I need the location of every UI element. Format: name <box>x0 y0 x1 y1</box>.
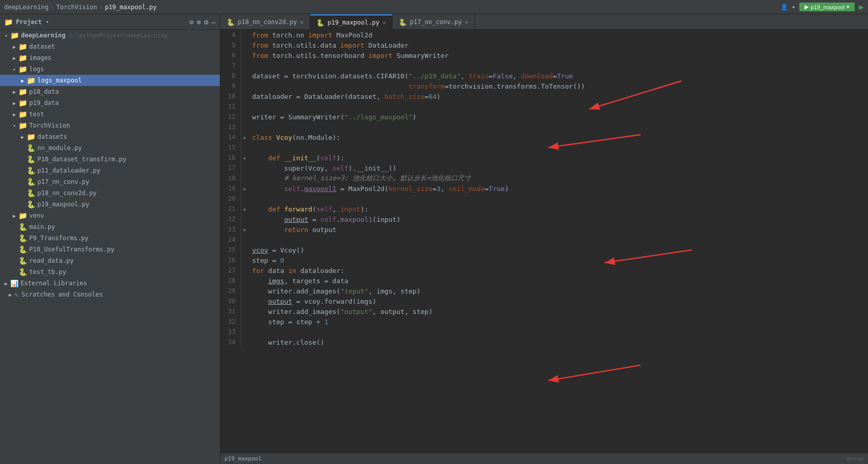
sidebar-item-p19data[interactable]: ▶ 📁 p19_data <box>0 97 220 109</box>
dataset-folder-icon: 📁 <box>18 43 27 51</box>
tab-p17[interactable]: 🐍 p17_nn_conv.py ✕ <box>392 14 475 30</box>
breadcrumb-part-2[interactable]: TorchVision <box>56 4 97 11</box>
sidebar-item-dataset[interactable]: ▶ 📁 dataset <box>0 41 220 52</box>
top-bar-right: 👤 ▾ ▶ p19_maxpool ▾ ▶ <box>780 2 864 12</box>
line-fold-9 <box>241 81 248 91</box>
line-num-32: 32 <box>220 317 241 327</box>
tab-p18-close[interactable]: ✕ <box>300 19 304 26</box>
line-code-18: # kernel_size=3: 池化核口大小, 默认步长=池化核口尺寸 <box>248 173 868 183</box>
sidebar-header: 📁 Project ▾ ⊙ ≡ ⚙ — <box>0 14 220 30</box>
sidebar-item-p18nnconv2d[interactable]: 🐍 p18_nn_conv2d.py <box>0 187 220 199</box>
sidebar-item-logs[interactable]: ▾ 📁 logs <box>0 64 220 75</box>
line-num-22: 22 <box>220 214 241 224</box>
code-line-34: 34 writer.close() <box>220 337 868 347</box>
breadcrumb-part-1[interactable]: deepLearning <box>4 4 49 11</box>
line-code-25: vcoy = Vcoy() <box>248 245 868 255</box>
user-icon[interactable]: 👤 ▾ <box>780 4 795 11</box>
sidebar-item-root[interactable]: ▾ 📁 deepLearning G:\pythonProject\deepLe… <box>0 30 220 41</box>
line-num-33: 33 <box>220 327 241 337</box>
sidebar-item-external-libs[interactable]: ▶ 📊 External Libraries <box>0 278 220 289</box>
logs-maxpool-arrow: ▶ <box>18 78 27 83</box>
p18data-folder-icon: 📁 <box>18 88 27 96</box>
line-code-15 <box>248 142 868 153</box>
code-line-25: 25 vcoy = Vcoy() <box>220 245 868 255</box>
line-num-16: 16 <box>220 153 241 163</box>
sidebar-item-datasets[interactable]: ▶ 📁 datasets <box>0 131 220 142</box>
line-code-30: output = vcoy.forward(imgs) <box>248 296 868 306</box>
torchvision-folder-icon: 📁 <box>18 121 27 130</box>
root-arrow: ▾ <box>2 33 10 38</box>
line-code-12: writer = SummaryWriter("../logs_maxpool"… <box>248 112 868 122</box>
code-line-8: 8 dataset = torchvision.datasets.CIFAR10… <box>220 71 868 81</box>
p18nnconv2d-file-icon: 🐍 <box>27 189 35 197</box>
sidebar-item-p18data[interactable]: ▶ 📁 p18_data <box>0 86 220 97</box>
datasets-arrow: ▶ <box>18 134 27 140</box>
code-editor[interactable]: 4 from torch.nn import MaxPool2d 5 from … <box>220 30 868 453</box>
code-line-12: 12 writer = SummaryWriter("../logs_maxpo… <box>220 112 868 122</box>
line-fold-6 <box>241 50 248 60</box>
forward-button[interactable]: ▶ <box>859 2 864 12</box>
code-line-4: 4 from torch.nn import MaxPool2d <box>220 30 868 40</box>
sidebar-item-torchvision[interactable]: ▾ 📁 TorchVision <box>0 120 220 131</box>
p10dataset-label: P10_dataset_transfirm.py <box>37 156 126 163</box>
p17nnconv-label: p17_nn_conv.py <box>37 178 89 185</box>
line-fold-19: ◆ <box>241 183 248 194</box>
line-fold-16: ◆ <box>241 153 248 163</box>
line-code-11 <box>248 101 868 112</box>
tab-p17-close[interactable]: ✕ <box>465 19 468 26</box>
images-label: images <box>29 54 51 61</box>
tab-p19-label: p19_maxpool.py <box>327 19 379 26</box>
sidebar-item-testtb[interactable]: 🐍 test_tb.py <box>0 266 220 278</box>
p19maxpool-file-icon: 🐍 <box>27 200 35 208</box>
tab-p18[interactable]: 🐍 p18_nn_conv2d.py ✕ <box>220 14 310 30</box>
line-fold-10 <box>241 91 248 101</box>
collapse-icon[interactable]: ≡ <box>197 18 201 26</box>
line-fold-15 <box>241 142 248 153</box>
line-fold-24 <box>241 235 248 245</box>
logs-arrow: ▾ <box>10 67 18 72</box>
line-num-24: 24 <box>220 235 241 245</box>
run-icon: ▶ <box>804 4 809 10</box>
line-num-19: 19 <box>220 183 241 194</box>
sidebar-item-venv[interactable]: ▶ 📁 venv <box>0 210 220 221</box>
torchvision-label: TorchVision <box>29 122 70 129</box>
images-folder-icon: 📁 <box>18 54 27 62</box>
torchvision-arrow: ▾ <box>10 123 18 129</box>
run-button[interactable]: ▶ p19_maxpool ▾ <box>799 3 855 11</box>
p18data-label: p18_data <box>29 88 59 95</box>
sidebar-item-nn-module[interactable]: 🐍 nn_module.py <box>0 142 220 154</box>
logs-folder-icon: 📁 <box>18 65 27 73</box>
sidebar-item-main[interactable]: 🐍 main.py <box>0 221 220 233</box>
sidebar-item-p9transforms[interactable]: 🐍 P9_Transforms.py <box>0 233 220 244</box>
p9transforms-file-icon: 🐍 <box>18 234 27 242</box>
code-line-7: 7 <box>220 60 868 71</box>
p18nnconv2d-label: p18_nn_conv2d.py <box>37 189 97 197</box>
sidebar-item-images[interactable]: ▶ 📁 images <box>0 52 220 64</box>
sidebar-item-p10dataset[interactable]: 🐍 P10_dataset_transfirm.py <box>0 154 220 165</box>
code-line-17: 17 super(Vcoy, self).__init__() <box>220 163 868 173</box>
line-fold-11 <box>241 101 248 112</box>
tab-p19[interactable]: 🐍 p19_maxpool.py ✕ <box>310 14 392 30</box>
sidebar-item-scratches[interactable]: ▶ ✎ Scratches and Consoles <box>0 289 220 300</box>
minimize-icon[interactable]: — <box>212 18 216 26</box>
sidebar-item-logs-maxpool[interactable]: ▶ 📁 logs_maxpool <box>0 75 220 86</box>
code-line-26: 26 step = 0 <box>220 255 868 265</box>
sidebar-item-p17nnconv[interactable]: 🐍 p17_nn_conv.py <box>0 176 220 187</box>
sidebar-item-p10useful[interactable]: 🐍 P10_UsefulTransforms.py <box>0 244 220 255</box>
sidebar-item-p19maxpool[interactable]: 🐍 p19_maxpool.py <box>0 199 220 210</box>
code-line-9: 9 transform=torchvision.transforms.ToTen… <box>220 81 868 91</box>
line-fold-12 <box>241 112 248 122</box>
settings-icon[interactable]: ⚙ <box>204 18 208 26</box>
tab-p17-label: p17_nn_conv.py <box>410 18 462 26</box>
locate-icon[interactable]: ⊙ <box>189 18 193 26</box>
sidebar-dropdown-icon[interactable]: ▾ <box>46 19 49 25</box>
tab-p19-close[interactable]: ✕ <box>382 19 386 26</box>
line-fold-23: ◆ <box>241 224 248 235</box>
sidebar-item-p11dataloader[interactable]: 🐍 p11_dataloader.py <box>0 165 220 176</box>
line-fold-30 <box>241 296 248 306</box>
sidebar-item-readdata[interactable]: 🐍 read_data.py <box>0 255 220 266</box>
line-code-29: writer.add_images("input", imgs, step) <box>248 286 868 296</box>
line-num-30: 30 <box>220 296 241 306</box>
sidebar-item-test[interactable]: ▶ 📁 test <box>0 109 220 120</box>
line-num-27: 27 <box>220 265 241 276</box>
